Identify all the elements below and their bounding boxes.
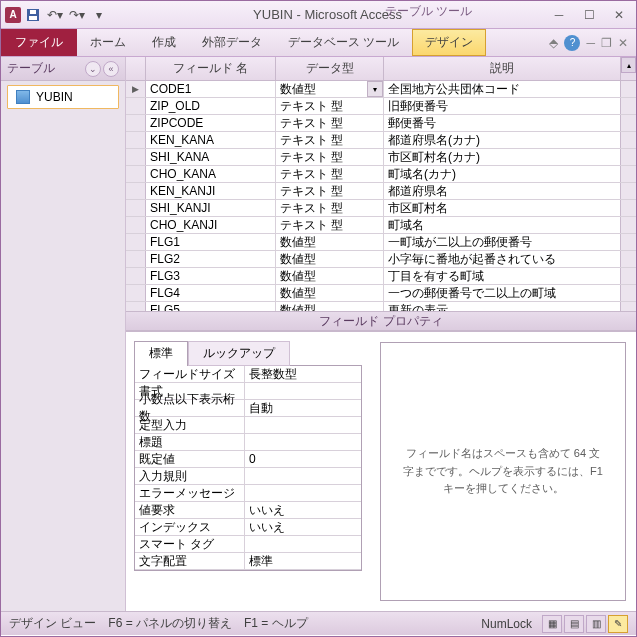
field-row[interactable]: SHI_KANJIテキスト 型市区町村名 bbox=[126, 200, 636, 217]
field-row[interactable]: KEN_KANAテキスト 型都道府県名(カナ) bbox=[126, 132, 636, 149]
redo-icon[interactable]: ↷▾ bbox=[67, 5, 87, 25]
tab-create[interactable]: 作成 bbox=[139, 29, 189, 56]
nav-pane: テーブル ⌄ « YUBIN bbox=[1, 57, 126, 611]
window-min-icon[interactable]: ─ bbox=[586, 36, 595, 50]
view-pivot[interactable]: ▤ bbox=[564, 615, 584, 633]
view-design[interactable]: ✎ bbox=[608, 615, 628, 633]
save-icon[interactable] bbox=[23, 5, 43, 25]
field-row[interactable]: FLG4数値型一つの郵便番号で二以上の町域 bbox=[126, 285, 636, 302]
col-field[interactable]: フィールド 名 bbox=[146, 57, 276, 80]
col-desc[interactable]: 説明 bbox=[384, 57, 620, 80]
nav-header-label: テーブル bbox=[7, 60, 55, 77]
property-sheet[interactable]: フィールドサイズ長整数型書式小数点以下表示桁数自動定型入力標題既定値0入力規則エ… bbox=[134, 365, 362, 571]
field-row[interactable]: ▶CODE1数値型▾全国地方公共団体コード bbox=[126, 81, 636, 98]
field-row[interactable]: ZIP_OLDテキスト 型旧郵便番号 bbox=[126, 98, 636, 115]
field-row[interactable]: SHI_KANAテキスト 型市区町村名(カナ) bbox=[126, 149, 636, 166]
field-row[interactable]: FLG5数値型更新の表示 bbox=[126, 302, 636, 311]
tab-general[interactable]: 標準 bbox=[134, 341, 188, 366]
close-button[interactable]: ✕ bbox=[606, 5, 632, 25]
ribbon-minimize-icon[interactable]: ⬘ bbox=[549, 36, 558, 50]
context-tab-label: テーブル ツール bbox=[385, 3, 472, 20]
svg-rect-1 bbox=[29, 16, 37, 20]
property-row[interactable]: 値要求いいえ bbox=[135, 502, 361, 519]
window-title: YUBIN - Microsoft Access bbox=[109, 7, 546, 22]
nav-collapse-icon[interactable]: « bbox=[103, 61, 119, 77]
field-grid[interactable]: ▶CODE1数値型▾全国地方公共団体コードZIP_OLDテキスト 型旧郵便番号Z… bbox=[126, 81, 636, 311]
field-row[interactable]: FLG2数値型小字毎に番地が起番されている bbox=[126, 251, 636, 268]
property-row[interactable]: エラーメッセージ bbox=[135, 485, 361, 502]
tab-home[interactable]: ホーム bbox=[77, 29, 139, 56]
ribbon-tabs: ファイル ホーム 作成 外部データ データベース ツール デザイン ⬘ ? ─ … bbox=[1, 29, 636, 57]
view-chart[interactable]: ▥ bbox=[586, 615, 606, 633]
help-icon[interactable]: ? bbox=[564, 35, 580, 51]
app-icon: A bbox=[5, 7, 21, 23]
property-row[interactable]: フィールドサイズ長整数型 bbox=[135, 366, 361, 383]
table-icon bbox=[16, 90, 30, 104]
field-row[interactable]: KEN_KANJIテキスト 型都道府県名 bbox=[126, 183, 636, 200]
property-row[interactable]: 定型入力 bbox=[135, 417, 361, 434]
property-row[interactable]: 小数点以下表示桁数自動 bbox=[135, 400, 361, 417]
qat-customize-icon[interactable]: ▾ bbox=[89, 5, 109, 25]
window-close-icon[interactable]: ✕ bbox=[618, 36, 628, 50]
property-header: フィールド プロパティ bbox=[126, 311, 636, 331]
status-numlock: NumLock bbox=[481, 617, 532, 631]
field-row[interactable]: FLG1数値型一町域が二以上の郵便番号 bbox=[126, 234, 636, 251]
property-row[interactable]: 既定値0 bbox=[135, 451, 361, 468]
property-row[interactable]: 入力規則 bbox=[135, 468, 361, 485]
property-row[interactable]: インデックスいいえ bbox=[135, 519, 361, 536]
col-type[interactable]: データ型 bbox=[276, 57, 384, 80]
scroll-up-icon[interactable]: ▴ bbox=[621, 57, 636, 73]
nav-item-label: YUBIN bbox=[36, 90, 73, 104]
undo-icon[interactable]: ↶▾ bbox=[45, 5, 65, 25]
nav-expand-icon[interactable]: ⌄ bbox=[85, 61, 101, 77]
property-row[interactable]: 文字配置標準 bbox=[135, 553, 361, 570]
field-row[interactable]: ZIPCODEテキスト 型郵便番号 bbox=[126, 115, 636, 132]
view-datasheet[interactable]: ▦ bbox=[542, 615, 562, 633]
tab-file[interactable]: ファイル bbox=[1, 29, 77, 56]
status-left: デザイン ビュー F6 = パネルの切り替え F1 = ヘルプ bbox=[9, 615, 308, 632]
field-row[interactable]: CHO_KANAテキスト 型町域名(カナ) bbox=[126, 166, 636, 183]
minimize-button[interactable]: ─ bbox=[546, 5, 572, 25]
dropdown-icon[interactable]: ▾ bbox=[367, 81, 383, 97]
property-row[interactable]: 標題 bbox=[135, 434, 361, 451]
nav-header[interactable]: テーブル ⌄ « bbox=[1, 57, 125, 81]
tab-dbtools[interactable]: データベース ツール bbox=[275, 29, 412, 56]
help-text: フィールド名はスペースも含めて 64 文字までです。ヘルプを表示するには、F1 … bbox=[380, 342, 626, 601]
statusbar: デザイン ビュー F6 = パネルの切り替え F1 = ヘルプ NumLock … bbox=[1, 611, 636, 635]
grid-header: フィールド 名 データ型 説明 ▴ bbox=[126, 57, 636, 81]
nav-table-item[interactable]: YUBIN bbox=[7, 85, 119, 109]
property-row[interactable]: スマート タグ bbox=[135, 536, 361, 553]
maximize-button[interactable]: ☐ bbox=[576, 5, 602, 25]
field-row[interactable]: FLG3数値型丁目を有する町域 bbox=[126, 268, 636, 285]
svg-rect-2 bbox=[30, 10, 36, 14]
tab-lookup[interactable]: ルックアップ bbox=[188, 341, 290, 366]
tab-external[interactable]: 外部データ bbox=[189, 29, 275, 56]
window-restore-icon[interactable]: ❐ bbox=[601, 36, 612, 50]
titlebar: A ↶▾ ↷▾ ▾ YUBIN - Microsoft Access テーブル … bbox=[1, 1, 636, 29]
field-row[interactable]: CHO_KANJIテキスト 型町域名 bbox=[126, 217, 636, 234]
tab-design[interactable]: デザイン bbox=[412, 29, 486, 56]
